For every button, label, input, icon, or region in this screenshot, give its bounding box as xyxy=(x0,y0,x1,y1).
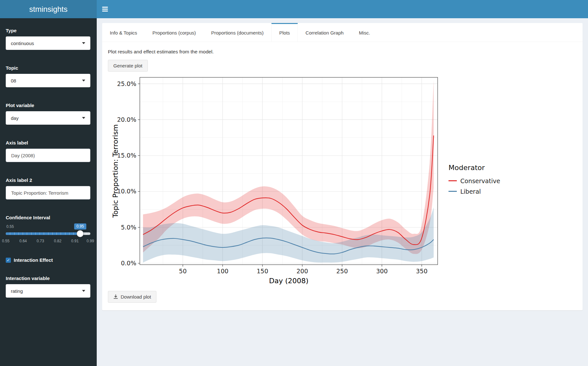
plot-legend: Moderator Conservative Liberal xyxy=(449,164,500,199)
slider-scale-labels: 0.550.640.730.820.910.99 xyxy=(6,238,90,244)
interaction-variable-label: Interaction variable xyxy=(6,276,90,281)
axis-label-input[interactable] xyxy=(6,149,90,162)
svg-text:200: 200 xyxy=(297,268,308,275)
svg-text:Day (2008): Day (2008) xyxy=(269,277,309,285)
axis-label-group: Axis label xyxy=(6,140,90,162)
confidence-interval-label: Confidence Interval xyxy=(6,215,90,220)
interaction-effect-checkbox[interactable] xyxy=(6,258,11,263)
plot-variable-select-value: day xyxy=(11,115,19,121)
download-row: Download plot xyxy=(108,291,577,303)
type-group: Type continuous xyxy=(6,28,90,50)
effects-plot: 0.0%5.0%10.0%15.0%20.0%25.0%501001502002… xyxy=(108,76,440,286)
svg-text:20.0%: 20.0% xyxy=(117,116,136,123)
interaction-effect-label: Interaction Effect xyxy=(14,257,53,263)
legend-item-liberal: Liberal xyxy=(449,188,500,195)
plot-variable-label: Plot variable xyxy=(6,103,90,108)
interaction-variable-select[interactable]: rating xyxy=(6,284,90,298)
confidence-interval-slider[interactable] xyxy=(6,232,90,235)
tab-info-topics[interactable]: Info & Topics xyxy=(102,23,145,42)
slider-value-tooltip: 0.95 xyxy=(74,223,86,230)
svg-text:150: 150 xyxy=(257,268,268,275)
type-select-value: continuous xyxy=(11,41,34,46)
topic-label: Topic xyxy=(6,65,90,71)
chevron-down-icon xyxy=(82,80,85,82)
type-label: Type xyxy=(6,28,90,33)
topic-group: Topic 08 xyxy=(6,65,90,87)
plot-variable-select[interactable]: day xyxy=(6,111,90,125)
svg-text:5.0%: 5.0% xyxy=(121,224,136,231)
tab-correlation-graph[interactable]: Correlation Graph xyxy=(298,23,351,42)
interaction-effect-row[interactable]: Interaction Effect xyxy=(6,257,90,263)
svg-text:25.0%: 25.0% xyxy=(117,80,136,87)
interaction-variable-select-value: rating xyxy=(11,288,23,294)
topic-select[interactable]: 08 xyxy=(6,74,90,87)
legend-item-conservative: Conservative xyxy=(449,177,500,184)
tab-card: Info & Topics Proportions (corpus) Propo… xyxy=(102,23,583,310)
app-header: stminsights xyxy=(0,0,588,18)
legend-title: Moderator xyxy=(449,164,500,172)
top-navbar xyxy=(97,0,588,18)
slider-handle[interactable] xyxy=(77,230,84,237)
slider-min-label: 0.55 xyxy=(6,224,14,229)
svg-text:350: 350 xyxy=(416,268,427,275)
interaction-variable-group: Interaction variable rating xyxy=(6,276,90,298)
chevron-down-icon xyxy=(82,42,85,44)
conservative-line-key-icon xyxy=(449,180,457,181)
svg-text:300: 300 xyxy=(376,268,388,275)
download-plot-button[interactable]: Download plot xyxy=(108,291,156,303)
menu-icon xyxy=(102,7,108,8)
app-logo[interactable]: stminsights xyxy=(0,0,97,18)
tab-bar: Info & Topics Proportions (corpus) Propo… xyxy=(102,23,583,42)
chevron-down-icon xyxy=(82,290,85,292)
chevron-down-icon xyxy=(82,117,85,119)
confidence-interval-group: Confidence Interval 0.55 0.95 0.550.640.… xyxy=(6,215,90,244)
svg-text:250: 250 xyxy=(336,268,348,275)
svg-text:100: 100 xyxy=(217,268,228,275)
axis-label2-group: Axis label 2 xyxy=(6,177,90,199)
generate-plot-button[interactable]: Generate plot xyxy=(108,60,148,72)
tab-plots[interactable]: Plots xyxy=(271,23,298,42)
plots-tab-panel: Plot results and effect estimates from t… xyxy=(102,42,583,310)
download-icon xyxy=(113,294,118,299)
tab-proportions-corpus[interactable]: Proportions (corpus) xyxy=(145,23,204,42)
plot-variable-group: Plot variable day xyxy=(6,103,90,125)
svg-text:0.0%: 0.0% xyxy=(121,260,136,267)
main-content: Info & Topics Proportions (corpus) Propo… xyxy=(97,18,588,366)
tab-misc[interactable]: Misc. xyxy=(351,23,378,42)
topic-select-value: 08 xyxy=(11,78,16,83)
axis-label2-input[interactable] xyxy=(6,186,90,199)
svg-text:15.0%: 15.0% xyxy=(117,152,136,159)
type-select[interactable]: continuous xyxy=(6,36,90,50)
liberal-line-key-icon xyxy=(449,191,457,192)
svg-text:Topic Proportion: Terrorism: Topic Proportion: Terrorism xyxy=(111,124,119,218)
svg-text:50: 50 xyxy=(179,268,187,275)
sidebar-toggle-button[interactable] xyxy=(97,0,113,18)
plot-row: 0.0%5.0%10.0%15.0%20.0%25.0%501001502002… xyxy=(108,76,577,286)
axis-label2-label: Axis label 2 xyxy=(6,177,90,183)
plot-description: Plot results and effect estimates from t… xyxy=(108,49,577,55)
axis-label-label: Axis label xyxy=(6,140,90,145)
tab-proportions-documents[interactable]: Proportions (documents) xyxy=(204,23,271,42)
svg-text:10.0%: 10.0% xyxy=(117,188,136,195)
sidebar: Type continuous Topic 08 Plot variable d… xyxy=(0,18,97,366)
